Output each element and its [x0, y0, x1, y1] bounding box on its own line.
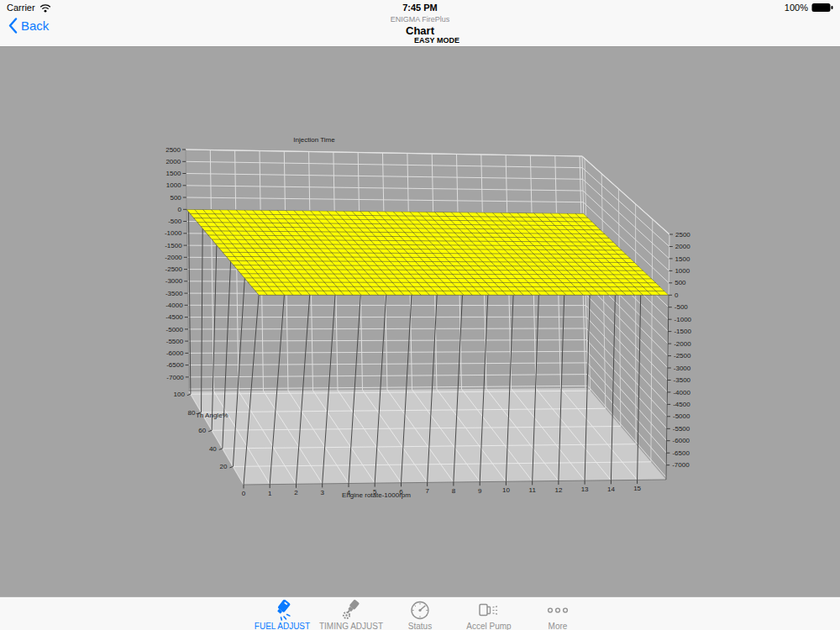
svg-text:100: 100	[174, 391, 186, 398]
status-bar: Carrier 7:45 PM 100%	[0, 0, 840, 17]
svg-text:-3000: -3000	[674, 365, 691, 372]
tab-label: More	[549, 622, 568, 630]
svg-text:2000: 2000	[675, 243, 690, 250]
svg-text:2: 2	[294, 489, 298, 496]
svg-text:-2500: -2500	[674, 352, 691, 360]
svg-text:-1000: -1000	[675, 316, 692, 323]
svg-text:7: 7	[425, 487, 429, 495]
svg-text:60: 60	[198, 427, 206, 434]
svg-text:-6000: -6000	[166, 349, 184, 357]
svg-text:15: 15	[633, 485, 641, 492]
pump-spray-icon	[476, 600, 501, 621]
battery-full-icon	[811, 3, 833, 13]
svg-text:Engine rotate-1000rpm: Engine rotate-1000rpm	[342, 491, 411, 499]
screen: 25002000150010005000-500-1000-1500-2000-…	[0, 0, 840, 630]
tab-accel-pump[interactable]: Accel Pump	[454, 597, 523, 630]
svg-text:-3500: -3500	[165, 290, 183, 297]
svg-text:0: 0	[178, 206, 182, 213]
svg-text:2500: 2500	[165, 146, 181, 154]
svg-text:0: 0	[675, 291, 679, 299]
tab-label: Accel Pump	[466, 622, 511, 630]
svg-text:8: 8	[452, 487, 456, 495]
svg-text:-7000: -7000	[672, 461, 690, 469]
tab-bar: FUEL ADJUST TIMING ADJUST	[0, 596, 840, 630]
tab-fuel-adjust[interactable]: FUEL ADJUST	[248, 597, 317, 630]
svg-text:0: 0	[242, 490, 246, 497]
svg-text:-500: -500	[168, 218, 182, 225]
svg-text:11: 11	[529, 486, 537, 494]
fuel-spray-icon	[270, 600, 294, 621]
ellipsis-icon	[546, 600, 570, 621]
page-title: Chart	[0, 25, 840, 36]
svg-text:10: 10	[502, 486, 510, 494]
svg-text:Injection Time: Injection Time	[293, 136, 335, 144]
mode-subtitle: EASY MODE	[17, 37, 840, 45]
tab-label: Status	[408, 622, 432, 630]
svg-text:-6500: -6500	[672, 449, 690, 457]
svg-text:-2000: -2000	[674, 340, 691, 348]
app-title: ENIGMA FirePlus	[0, 16, 840, 24]
svg-text:1: 1	[268, 490, 272, 497]
title-block: ENIGMA FirePlus Chart EASY MODE	[0, 16, 840, 45]
svg-text:500: 500	[170, 194, 181, 202]
svg-text:-2000: -2000	[165, 254, 182, 261]
svg-text:-5000: -5000	[673, 412, 690, 420]
svg-text:9: 9	[478, 487, 482, 495]
svg-text:13: 13	[581, 486, 589, 493]
svg-text:12: 12	[554, 486, 562, 494]
battery-percent: 100%	[785, 3, 808, 13]
svg-text:-3500: -3500	[674, 376, 691, 384]
tab-more[interactable]: More	[523, 597, 592, 630]
svg-text:40: 40	[209, 445, 217, 453]
svg-text:-1000: -1000	[165, 229, 182, 237]
svg-text:-4500: -4500	[673, 401, 690, 408]
svg-text:1000: 1000	[166, 181, 181, 189]
time-label: 7:45 PM	[0, 3, 840, 13]
svg-text:-4000: -4000	[673, 389, 690, 396]
tab-timing-adjust[interactable]: TIMING ADJUST	[317, 597, 386, 630]
tab-status[interactable]: Status	[386, 597, 454, 630]
svg-text:1500: 1500	[675, 255, 690, 263]
svg-text:14: 14	[607, 486, 615, 493]
svg-text:2500: 2500	[675, 231, 690, 239]
gauge-icon	[409, 600, 431, 621]
svg-text:80: 80	[188, 409, 196, 417]
svg-text:20: 20	[219, 463, 227, 470]
svg-text:-1500: -1500	[165, 242, 182, 249]
surface-chart[interactable]: 25002000150010005000-500-1000-1500-2000-…	[0, 0, 840, 630]
header: Carrier 7:45 PM 100% Back	[0, 0, 840, 47]
svg-text:-2500: -2500	[165, 265, 183, 273]
svg-text:-4000: -4000	[165, 302, 183, 309]
svg-text:500: 500	[675, 279, 686, 286]
svg-text:-3000: -3000	[165, 277, 183, 285]
tab-label: TIMING ADJUST	[319, 622, 383, 630]
svg-text:-7000: -7000	[166, 374, 184, 381]
svg-text:3: 3	[320, 489, 324, 496]
svg-text:-4500: -4500	[165, 313, 183, 321]
svg-text:-1500: -1500	[674, 328, 691, 335]
svg-text:-6000: -6000	[673, 437, 690, 444]
svg-text:1500: 1500	[166, 170, 181, 177]
tab-label: FUEL ADJUST	[255, 622, 310, 630]
svg-text:-500: -500	[675, 303, 689, 311]
svg-text:-5500: -5500	[673, 425, 690, 433]
spark-plug-gear-icon	[339, 600, 363, 621]
svg-text:-6500: -6500	[166, 361, 184, 369]
svg-text:2000: 2000	[165, 158, 181, 165]
svg-text:-5000: -5000	[166, 326, 184, 333]
svg-text:Th Angle%: Th Angle%	[196, 412, 228, 419]
svg-text:1000: 1000	[675, 267, 690, 275]
svg-text:-5500: -5500	[166, 338, 184, 345]
